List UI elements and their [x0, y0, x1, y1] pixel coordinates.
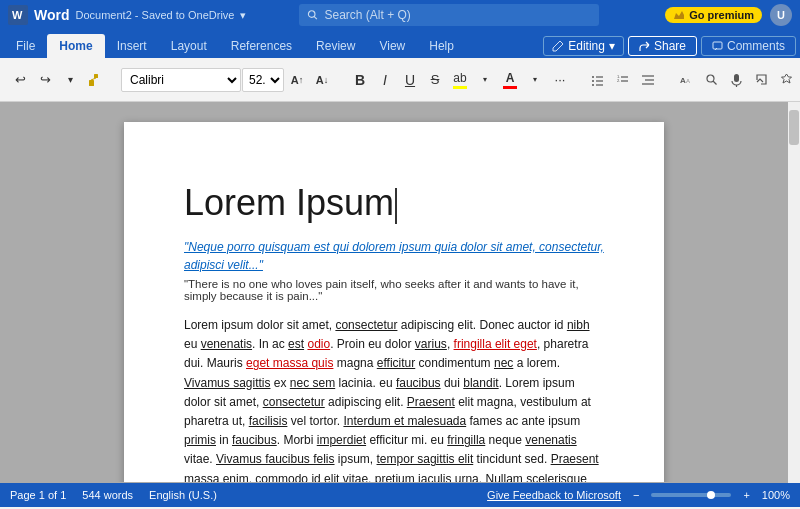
svg-rect-5 — [713, 42, 722, 49]
font-color-dropdown[interactable]: ▾ — [523, 68, 547, 92]
svg-line-8 — [91, 78, 96, 80]
content-area: Lorem Ipsum "Neque porro quisquam est qu… — [0, 102, 788, 482]
tab-insert[interactable]: Insert — [105, 34, 159, 58]
italic-quote: "Neque porro quisquam est qui dolorem ip… — [184, 238, 604, 274]
dictate-button[interactable] — [724, 68, 748, 92]
tab-file[interactable]: File — [4, 34, 47, 58]
zoom-level[interactable]: 100% — [762, 489, 790, 501]
user-avatar[interactable]: U — [770, 4, 792, 26]
tab-references[interactable]: References — [219, 34, 304, 58]
text-format-group: B I U S ab ▾ A ▾ ··· — [346, 68, 574, 92]
share-icon — [639, 41, 650, 52]
underline-button[interactable]: U — [398, 68, 422, 92]
comments-button[interactable]: Comments — [701, 36, 796, 56]
tab-review[interactable]: Review — [304, 34, 367, 58]
share-button[interactable]: Share — [628, 36, 697, 56]
main-area: Lorem Ipsum "Neque porro quisquam est qu… — [0, 102, 800, 483]
go-premium-button[interactable]: Go premium — [665, 7, 762, 23]
editing-button[interactable]: Editing ▾ — [543, 36, 624, 56]
svg-line-25 — [713, 81, 717, 85]
svg-rect-26 — [734, 74, 739, 82]
svg-point-24 — [707, 75, 714, 82]
title-bar: W Word Document2 - Saved to OneDrive ▾ G… — [0, 0, 800, 30]
crown-icon — [673, 10, 685, 20]
font-name-select[interactable]: Calibri — [121, 68, 241, 92]
svg-point-11 — [592, 80, 594, 82]
highlight-dropdown[interactable]: ▾ — [473, 68, 497, 92]
app-icon-area: W Word Document2 - Saved to OneDrive ▾ — [8, 5, 246, 25]
redo-button[interactable]: ↪ — [33, 68, 57, 92]
numbered-list-button[interactable]: 1.2. — [611, 68, 635, 92]
indent-button[interactable] — [636, 68, 660, 92]
text-cursor — [395, 188, 397, 224]
document-title: Lorem Ipsum — [184, 182, 604, 224]
tab-layout[interactable]: Layout — [159, 34, 219, 58]
language-indicator: English (U.S.) — [149, 489, 217, 501]
svg-text:A: A — [686, 78, 690, 84]
status-right: Give Feedback to Microsoft − + 100% — [487, 489, 790, 501]
svg-point-2 — [309, 11, 316, 18]
editing-chevron: ▾ — [609, 39, 615, 53]
word-icon: W — [8, 5, 28, 25]
svg-line-3 — [314, 16, 317, 19]
pencil-icon — [552, 40, 564, 52]
page-indicator: Page 1 of 1 — [10, 489, 66, 501]
word-count: 544 words — [82, 489, 133, 501]
bullet-list-button[interactable] — [586, 68, 610, 92]
bold-button[interactable]: B — [348, 68, 372, 92]
font-group: Calibri 52.5 A↑ A↓ — [119, 68, 336, 92]
document-page: Lorem Ipsum "Neque porro quisquam est qu… — [124, 122, 664, 482]
svg-text:W: W — [12, 9, 23, 21]
search-wrap[interactable] — [299, 4, 599, 26]
quick-access-button[interactable]: ▾ — [58, 68, 82, 92]
toolbar: ↩ ↪ ▾ Calibri 52.5 A↑ A↓ B I U S ab ▾ A — [0, 58, 800, 102]
italic-button[interactable]: I — [373, 68, 397, 92]
ribbon-right: Editing ▾ Share Comments — [543, 36, 796, 58]
svg-rect-6 — [89, 80, 94, 86]
format-painter-button[interactable] — [83, 68, 107, 92]
body-paragraph-1: Lorem ipsum dolor sit amet, consectetur … — [184, 316, 604, 482]
more-format-button[interactable]: ··· — [548, 68, 572, 92]
decrease-font-button[interactable]: A↓ — [310, 68, 334, 92]
font-color-button[interactable]: A — [498, 68, 522, 92]
editor-button[interactable] — [749, 68, 773, 92]
zoom-thumb[interactable] — [707, 491, 715, 499]
svg-text:2.: 2. — [617, 78, 620, 83]
font-size-select[interactable]: 52.5 — [242, 68, 284, 92]
title-right: Go premium U — [652, 4, 792, 26]
search-input[interactable] — [325, 8, 592, 22]
feedback-link[interactable]: Give Feedback to Microsoft — [487, 489, 621, 501]
tab-help[interactable]: Help — [417, 34, 466, 58]
app-name: Word — [34, 7, 70, 23]
strikethrough-button[interactable]: S — [423, 68, 447, 92]
ribbon-tabs: File Home Insert Layout References Revie… — [0, 30, 800, 58]
zoom-out-button[interactable]: − — [633, 489, 639, 501]
svg-point-13 — [592, 84, 594, 86]
increase-font-button[interactable]: A↑ — [285, 68, 309, 92]
highlight-button[interactable]: ab — [448, 68, 472, 92]
plain-quote: "There is no one who loves pain itself, … — [184, 278, 604, 302]
scrollbar-thumb[interactable] — [789, 110, 799, 145]
svg-point-9 — [592, 76, 594, 78]
svg-rect-7 — [94, 74, 98, 78]
styles-button[interactable]: AA — [674, 68, 698, 92]
undo-button[interactable]: ↩ — [8, 68, 32, 92]
highlight-color-bar — [453, 86, 467, 89]
zoom-slider[interactable] — [651, 493, 731, 497]
tab-view[interactable]: View — [367, 34, 417, 58]
svg-marker-4 — [674, 11, 684, 19]
styles-group: AA ··· — [672, 68, 800, 92]
undo-group: ↩ ↪ ▾ — [6, 68, 109, 92]
search-bar — [246, 4, 652, 26]
find-button[interactable] — [699, 68, 723, 92]
sensitivity-button[interactable] — [774, 68, 798, 92]
zoom-in-button[interactable]: + — [743, 489, 749, 501]
paragraph-group: 1.2. — [584, 68, 662, 92]
tab-home[interactable]: Home — [47, 34, 104, 58]
search-icon — [307, 9, 318, 21]
doc-title: Document2 - Saved to OneDrive — [76, 9, 235, 21]
scrollbar-track[interactable] — [788, 102, 800, 483]
status-bar: Page 1 of 1 544 words English (U.S.) Giv… — [0, 483, 800, 507]
comment-icon — [712, 41, 723, 52]
font-color-bar — [503, 86, 517, 89]
